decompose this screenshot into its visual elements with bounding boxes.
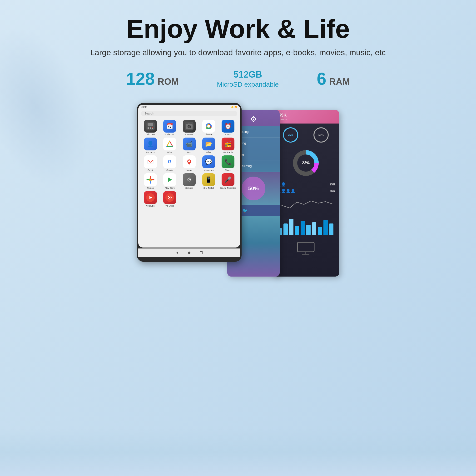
app-item-photos[interactable]: Photos — [142, 173, 159, 189]
app-icon-yt-music — [163, 191, 176, 204]
app-icon-files: 📂 — [202, 137, 215, 151]
app-item-clock[interactable]: ⏰Clock — [219, 120, 237, 136]
app-item-chrome[interactable]: Chrome — [200, 120, 218, 136]
app-item-calculator[interactable]: Calculator — [142, 120, 159, 136]
ram-label: RAM — [329, 77, 350, 87]
app-item-camera[interactable]: Camera — [180, 120, 198, 136]
bar-2 — [289, 219, 293, 235]
app-label-sound-recorder: Sound Recorder — [220, 187, 236, 189]
app-label-calculator: Calculator — [146, 133, 155, 136]
app-icon-messages: 💬 — [202, 155, 215, 168]
app-item-files[interactable]: 📂Files — [200, 137, 218, 153]
svg-rect-6 — [150, 128, 151, 129]
app-item-fm-radio[interactable]: 📻FM Radio — [219, 137, 237, 153]
bar-chart — [275, 216, 336, 235]
app-icon-chrome — [202, 120, 215, 133]
app-icon-fm-radio: 📻 — [221, 137, 235, 151]
status-icons: 🔔 📶 — [231, 106, 237, 108]
ram-number: 6 — [317, 69, 326, 88]
svg-rect-12 — [188, 123, 190, 125]
spec-ram: 6 RAM — [317, 69, 350, 88]
counter-value: 259K — [276, 113, 335, 118]
app-item-youtube[interactable]: YouTube — [142, 191, 159, 207]
svg-rect-46 — [200, 252, 202, 254]
donut-section: 23% — [272, 146, 339, 180]
stat-circle-2: 50% — [313, 127, 329, 143]
bar-9 — [329, 223, 333, 235]
status-bar: 10:04 🔔 📶 — [138, 105, 240, 109]
svg-marker-44 — [176, 251, 178, 254]
panel-gray: 259K followers 75% 50% 23% — [272, 110, 339, 276]
app-item-sound-recorder[interactable]: 🎤Sound Recorder — [219, 173, 237, 189]
app-item-calendar[interactable]: 📅Calendar — [161, 120, 179, 136]
bar-8 — [323, 220, 328, 235]
purple-circle: 50% — [241, 177, 265, 200]
rom-number: 128 — [126, 69, 155, 88]
app-item-sim-toolkit[interactable]: 📱SIM Toolkit — [200, 173, 218, 189]
twitter-icon[interactable]: 🐦 — [242, 208, 248, 213]
app-label-settings: Settings — [186, 187, 193, 189]
app-label-gmail: Gmail — [148, 169, 153, 171]
app-label-drive: Drive — [167, 151, 172, 153]
svg-point-19 — [207, 125, 210, 128]
circle-text: 50% — [248, 186, 259, 192]
svg-text:G: G — [168, 159, 172, 164]
stat-circles: 75% 50% — [272, 123, 339, 146]
tablet-body: 10:04 🔔 📶 Search Calculator📅Calendar — [137, 103, 241, 262]
svg-point-45 — [188, 252, 190, 254]
nav-back[interactable] — [175, 250, 180, 255]
monitor-icon — [272, 237, 339, 260]
app-item-duo[interactable]: 📹Duo — [180, 137, 198, 153]
bar-5 — [306, 225, 311, 235]
app-item-messages[interactable]: 💬Messages — [200, 155, 218, 171]
app-item-google[interactable]: G Google — [161, 155, 179, 171]
line-chart-svg — [275, 197, 333, 212]
app-item-drive[interactable]: Drive — [161, 137, 179, 153]
app-item-settings[interactable]: ⚙Settings — [180, 173, 198, 189]
app-icon-settings: ⚙ — [183, 173, 196, 186]
nav-recents[interactable] — [199, 250, 204, 255]
app-icon-youtube — [144, 191, 157, 204]
status-time: 10:04 — [141, 106, 147, 108]
app-icon-play-store — [163, 173, 176, 186]
bar-1 — [284, 223, 288, 235]
bar-7 — [318, 227, 322, 235]
app-icon-clock: ⏰ — [221, 120, 235, 133]
app-label-duo: Duo — [187, 151, 191, 153]
app-icon-photos — [144, 173, 157, 186]
app-icon-calculator — [144, 120, 157, 133]
app-item-play-store[interactable]: Play Store — [161, 173, 179, 189]
svg-point-11 — [188, 125, 190, 128]
specs-row: 128 ROM 512GB MicroSD expandable 6 RAM — [126, 69, 350, 88]
nav-bar — [138, 249, 240, 257]
ground-shadow — [0, 428, 476, 476]
svg-rect-51 — [298, 242, 314, 252]
app-label-chrome: Chrome — [205, 133, 213, 136]
monitor-svg — [296, 241, 315, 255]
app-icon-google: G — [163, 155, 176, 168]
app-item-phone[interactable]: 📞Phone — [219, 155, 237, 171]
app-item-yt-music[interactable]: YT Music — [161, 191, 179, 207]
svg-rect-4 — [152, 127, 153, 128]
tablet: 10:04 🔔 📶 Search Calculator📅Calendar — [137, 103, 241, 262]
svg-rect-3 — [150, 127, 151, 128]
apps-grid: Calculator📅Calendar Camera Chrome⏰Clock👤… — [138, 118, 240, 209]
app-item-gmail[interactable]: Gmail — [142, 155, 159, 171]
app-icon-camera — [183, 120, 196, 133]
app-item-maps[interactable]: Maps — [180, 155, 198, 171]
svg-point-43 — [169, 197, 170, 198]
search-bar[interactable]: Search — [141, 111, 237, 116]
people-stat-1: 25% — [330, 183, 335, 186]
svg-text:23%: 23% — [302, 161, 310, 165]
app-label-camera: Camera — [186, 133, 193, 136]
app-label-contacts: Contacts — [146, 151, 155, 153]
app-item-contacts[interactable]: 👤Contacts — [142, 137, 159, 153]
app-label-maps: Maps — [187, 169, 192, 171]
main-content: Enjoy Work & Life Large storage allowing… — [0, 0, 476, 276]
app-icon-maps — [183, 155, 196, 168]
line-chart — [272, 195, 339, 214]
app-icon-sim-toolkit: 📱 — [202, 173, 215, 186]
app-label-calendar: Calendar — [165, 133, 174, 136]
panels-container: ⚙ ount Setting nd Setting il Setting htn… — [227, 110, 339, 276]
nav-home[interactable] — [187, 250, 192, 255]
